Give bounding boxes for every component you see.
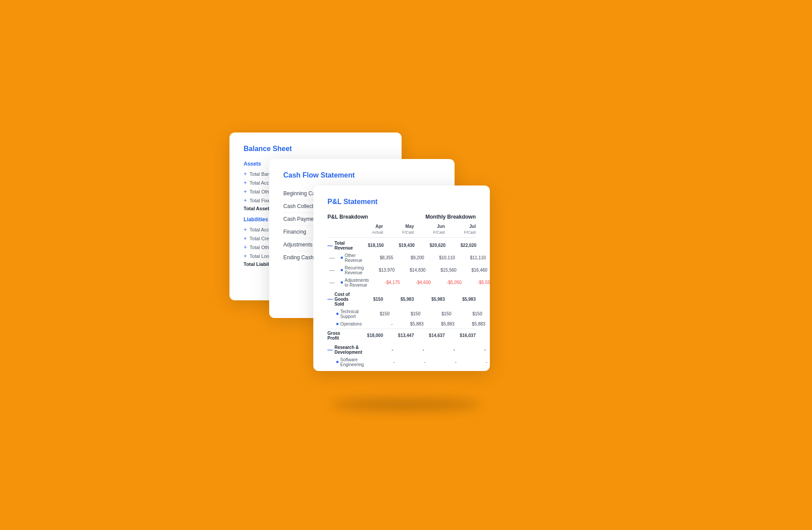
scene: Balance Sheet Assets +Total Bank +Total … <box>229 132 583 398</box>
pl-row-adjustments-revenue: — Adjustments to Revenue -$4,175 -$4,600… <box>327 276 476 289</box>
plus-icon-3: + <box>244 188 247 195</box>
pl-label-gross: Gross Profit <box>327 331 352 341</box>
dot-icon-2 <box>341 269 343 271</box>
col-header-empty <box>327 223 352 235</box>
minus-icon-3: — <box>329 267 335 273</box>
cashflow-title: Cash Flow Statement <box>283 171 440 179</box>
pl-label-rd: — Research & Development <box>327 345 362 355</box>
plus-icon-2: + <box>244 179 247 186</box>
rev-apr: $18,150 <box>353 243 384 248</box>
pl-row-gross-profit: Gross Profit $18,000 $13,447 $14,637 $16… <box>327 329 476 342</box>
pl-row-rd: — Research & Development - - - - <box>327 344 476 356</box>
pl-section-left: P&L Breakdown <box>327 214 368 220</box>
pl-row-operations: Operations - $5,883 $5,883 $5,883 <box>327 320 476 328</box>
col-header-may: MayF/Cast <box>383 223 414 235</box>
balance-sheet-title: Balance Sheet <box>244 145 387 153</box>
pl-label-recurring: — Recurring Revenue <box>329 265 364 275</box>
pl-label-ops: Operations <box>329 322 362 326</box>
pl-section-right: Monthly Breakdown <box>425 214 476 220</box>
rev-jun: $20,620 <box>415 243 446 248</box>
dot-icon-5 <box>336 323 338 325</box>
pl-row-tech-support: Technical Support $150 $150 $150 $150 <box>327 308 476 320</box>
pl-label-adj-rev: — Adjustments to Revenue <box>329 278 369 288</box>
plus-icon-7: + <box>244 244 247 250</box>
plus-icon-5: + <box>244 226 247 233</box>
pl-label-sw-eng: Software Engineering <box>329 357 364 367</box>
minus-icon-2: — <box>329 255 335 261</box>
shadow-decoration <box>331 398 481 411</box>
plus-icon-6: + <box>244 235 247 242</box>
col-header-jun: JunF/Cast <box>414 223 445 235</box>
plus-icon-4: + <box>244 197 247 204</box>
minus-icon-rd: — <box>327 347 333 353</box>
pl-row-recurring-revenue: — Recurring Revenue $13,970 $14,830 $15,… <box>327 264 476 276</box>
pl-label-total-revenue: — Total Revenue <box>327 241 353 250</box>
plus-icon: + <box>244 170 247 177</box>
dot-icon-1 <box>341 257 343 259</box>
pl-header: P&L Breakdown Monthly Breakdown <box>327 214 476 220</box>
pl-row-cogs: — Cost of Goods Sold $150 $5,983 $5,983 … <box>327 291 476 308</box>
pl-row-other-revenue: — Other Revenue $8,355 $9,200 $10,110 $1… <box>327 252 476 264</box>
pl-card: P&L Statement P&L Breakdown Monthly Brea… <box>313 186 490 371</box>
pl-col-headers: AprActual MayF/Cast JunF/Cast JulF/Cast <box>327 223 476 238</box>
pl-label-other-rev: — Other Revenue <box>329 253 362 263</box>
dot-icon-3 <box>341 281 343 284</box>
dot-icon-4 <box>336 313 338 315</box>
col-header-jul: JulF/Cast <box>445 223 476 235</box>
pl-label-cogs: — Cost of Goods Sold <box>327 292 352 307</box>
rev-may: $19,430 <box>384 243 415 248</box>
col-header-apr: AprActual <box>352 223 383 235</box>
minus-icon-4: — <box>329 280 335 286</box>
dot-icon-6 <box>336 361 338 363</box>
pl-row-software-eng: Software Engineering - - - - <box>327 356 476 368</box>
plus-icon-8: + <box>244 253 247 259</box>
pl-row-sales-marketing: — Sales & Marketing $3,350 $850 $6,683 $… <box>327 370 476 371</box>
pl-title: P&L Statement <box>327 198 476 206</box>
minus-icon-revenue: — <box>327 242 333 249</box>
pl-label-tech: Technical Support <box>329 309 359 319</box>
pl-row-total-revenue: — Total Revenue $18,150 $19,430 $20,620 … <box>327 239 476 252</box>
rev-jul: $22,020 <box>446 243 477 248</box>
minus-icon-cogs: — <box>327 296 333 302</box>
